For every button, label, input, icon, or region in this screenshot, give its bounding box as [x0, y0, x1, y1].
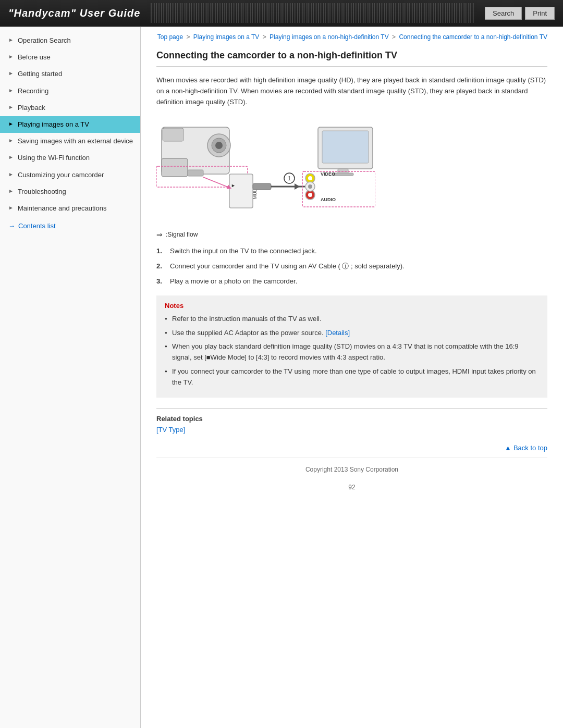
sidebar-label: Saving images with an external device — [18, 137, 133, 146]
back-to-top-row: ▲ Back to top — [156, 444, 547, 457]
sidebar-label: Playing images on a TV — [18, 120, 89, 129]
print-button[interactable]: Print — [525, 7, 555, 20]
contents-list-link[interactable]: → Contents list — [0, 217, 140, 235]
breadcrumb-non-hd[interactable]: Playing images on a non-high-definition … — [270, 33, 389, 41]
sidebar-item-wifi[interactable]: ► Using the Wi-Fi function — [0, 150, 140, 166]
svg-marker-16 — [295, 183, 300, 190]
sidebar-item-playback[interactable]: ► Playback — [0, 100, 140, 116]
sidebar-item-saving-images[interactable]: ► Saving images with an external device — [0, 133, 140, 150]
sidebar-item-recording[interactable]: ► Recording — [0, 83, 140, 100]
back-to-top-arrow-icon: ▲ — [505, 444, 511, 452]
diagram: MULTI ► 1 — [156, 117, 547, 226]
chevron-right-icon: ► — [8, 205, 14, 211]
sidebar-item-getting-started[interactable]: ► Getting started — [0, 66, 140, 82]
svg-rect-26 — [333, 173, 353, 176]
chevron-right-icon: ► — [8, 121, 14, 127]
svg-point-3 — [215, 142, 223, 149]
note-1: Refer to the instruction manuals of the … — [165, 314, 539, 325]
chevron-right-icon: ► — [8, 154, 14, 160]
steps-list: 1. Switch the input on the TV to the con… — [156, 246, 547, 287]
breadcrumb: Top page > Playing images on a TV > Play… — [156, 32, 547, 42]
svg-text:1: 1 — [288, 176, 291, 181]
svg-rect-8 — [229, 174, 253, 208]
related-topics: Related topics [TV Type] — [156, 408, 547, 434]
sidebar-label: Troubleshooting — [18, 187, 66, 196]
breadcrumb-playing[interactable]: Playing images on a TV — [193, 33, 260, 41]
intro-text: When movies are recorded with high defin… — [156, 75, 547, 107]
chevron-right-icon: ► — [8, 88, 14, 93]
svg-rect-6 — [188, 170, 203, 176]
note-2: Use the supplied AC Adaptor as the power… — [165, 328, 539, 339]
notes-box: Notes Refer to the instruction manuals o… — [156, 295, 547, 398]
sidebar-label: Recording — [18, 87, 48, 96]
chevron-right-icon: ► — [8, 188, 14, 194]
step-1: 1. Switch the input on the TV to the con… — [156, 246, 547, 257]
sidebar-label: Getting started — [18, 69, 62, 79]
breadcrumb-current: Connecting the camcorder to a non-high-d… — [399, 33, 547, 41]
header-decoration — [151, 0, 474, 26]
sidebar-item-operation-search[interactable]: ► Operation Search — [0, 32, 140, 49]
step-3: 3. Play a movie or a photo on the camcor… — [156, 276, 547, 287]
sidebar-label: Using the Wi-Fi function — [18, 153, 90, 163]
svg-rect-5 — [162, 158, 188, 177]
back-to-top-link[interactable]: ▲ Back to top — [505, 444, 547, 452]
note-3: When you play back standard definition i… — [165, 341, 539, 363]
sidebar-item-customizing[interactable]: ► Customizing your camcorder — [0, 167, 140, 183]
chevron-right-icon: ► — [8, 104, 14, 110]
svg-rect-4 — [163, 128, 183, 141]
step-2-text: Connect your camcorder and the TV using … — [170, 261, 405, 272]
arrow-right-icon: → — [8, 222, 15, 230]
sidebar-item-playing-images[interactable]: ► Playing images on a TV — [0, 116, 140, 133]
header-buttons: Search Print — [485, 7, 555, 20]
app-title: "Handycam" User Guide — [8, 7, 140, 19]
page-number: 92 — [156, 484, 547, 491]
connection-diagram: MULTI ► 1 — [156, 117, 375, 226]
svg-point-20 — [308, 193, 312, 197]
chevron-right-icon: ► — [8, 171, 14, 177]
footer: Copyright 2013 Sony Corporation — [156, 457, 547, 478]
chevron-right-icon: ► — [8, 54, 14, 59]
svg-text:►: ► — [231, 183, 236, 188]
svg-rect-24 — [322, 131, 369, 163]
tv-type-link[interactable]: [TV Type] — [156, 426, 185, 434]
signal-flow-arrow-icon: ⇒ — [156, 230, 163, 239]
sidebar-item-maintenance[interactable]: ► Maintenance and precautions — [0, 200, 140, 217]
related-topics-title: Related topics — [156, 415, 547, 423]
sidebar-label: Maintenance and precautions — [18, 204, 107, 213]
sidebar-label: Operation Search — [18, 36, 71, 45]
sidebar-item-before-use[interactable]: ► Before use — [0, 49, 140, 66]
chevron-right-icon: ► — [8, 70, 14, 76]
page-title: Connecting the camcorder to a non-high-d… — [156, 50, 547, 67]
search-button[interactable]: Search — [485, 7, 522, 20]
contents-list-label: Contents list — [18, 222, 56, 230]
sidebar-item-troubleshooting[interactable]: ► Troubleshooting — [0, 183, 140, 200]
sidebar-label: Playback — [18, 103, 45, 113]
back-to-top-label: Back to top — [513, 444, 547, 452]
details-link[interactable]: [Details] — [325, 329, 350, 337]
step-1-text: Switch the input on the TV to the connec… — [170, 246, 317, 257]
note-4: If you connect your camcorder to the TV … — [165, 366, 539, 388]
sidebar-label: Before use — [18, 53, 51, 62]
signal-flow-text: :Signal flow — [166, 231, 198, 238]
svg-rect-12 — [253, 183, 271, 190]
svg-text:VIDEO: VIDEO — [321, 171, 335, 177]
step-2: 2. Connect your camcorder and the TV usi… — [156, 261, 547, 272]
sidebar: ► Operation Search ► Before use ► Gettin… — [0, 27, 141, 728]
breadcrumb-top[interactable]: Top page — [157, 33, 183, 41]
chevron-right-icon: ► — [8, 138, 14, 143]
svg-line-11 — [203, 177, 229, 188]
chevron-right-icon: ► — [8, 37, 14, 43]
svg-point-22 — [308, 184, 312, 189]
main-content: Top page > Playing images on a TV > Play… — [141, 27, 563, 728]
notes-list: Refer to the instruction manuals of the … — [165, 314, 539, 388]
step-3-text: Play a movie or a photo on the camcorder… — [170, 276, 297, 287]
sidebar-label: Customizing your camcorder — [18, 170, 104, 180]
copyright-text: Copyright 2013 Sony Corporation — [305, 466, 398, 473]
layout: ► Operation Search ► Before use ► Gettin… — [0, 27, 563, 728]
notes-title: Notes — [165, 302, 539, 310]
svg-point-18 — [308, 176, 312, 180]
signal-flow-label: ⇒ :Signal flow — [156, 230, 547, 239]
svg-text:AUDIO: AUDIO — [321, 197, 336, 202]
header: "Handycam" User Guide — [0, 0, 563, 27]
